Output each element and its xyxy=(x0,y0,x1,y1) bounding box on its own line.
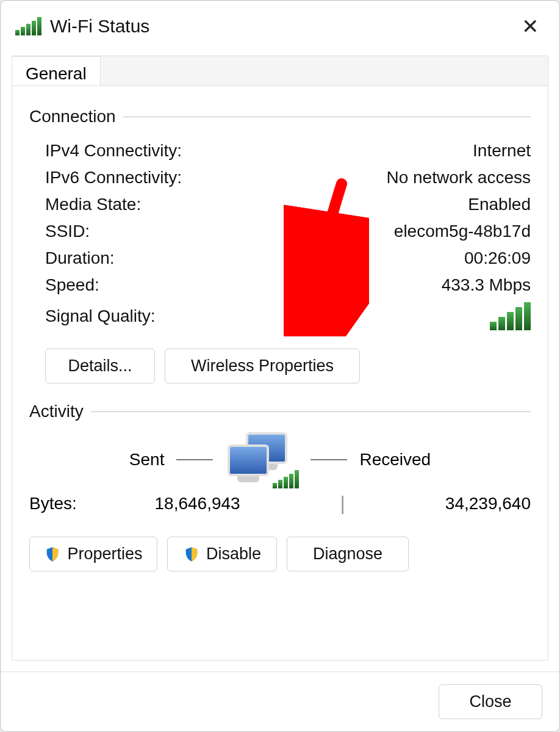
connection-group: Connection IPv4 Connectivity: Internet I… xyxy=(29,107,531,383)
properties-button[interactable]: Properties xyxy=(29,537,157,571)
wireless-properties-button[interactable]: Wireless Properties xyxy=(165,349,360,383)
bytes-sent-value: 18,646,943 xyxy=(155,494,281,513)
disable-button[interactable]: Disable xyxy=(167,537,277,571)
row-ssid: SSID: elecom5g-48b17d xyxy=(29,218,531,245)
activity-heading: Activity xyxy=(29,402,84,421)
close-button[interactable]: ✕ xyxy=(515,12,545,41)
speed-value: 433.3 Mbps xyxy=(442,275,531,295)
wifi-signal-icon xyxy=(15,17,41,35)
divider: | xyxy=(280,492,406,515)
ipv6-value: No network access xyxy=(386,168,531,187)
row-ipv6: IPv6 Connectivity: No network access xyxy=(29,164,531,191)
window-title: Wi-Fi Status xyxy=(50,16,149,37)
speed-label: Speed: xyxy=(45,275,99,295)
dialog-footer: Close xyxy=(1,672,559,731)
ipv6-label: IPv6 Connectivity: xyxy=(45,168,182,187)
row-signal-quality: Signal Quality: xyxy=(29,299,531,334)
divider xyxy=(123,117,531,117)
row-duration: Duration: 00:26:09 xyxy=(29,245,531,272)
bytes-received-value: 34,239,640 xyxy=(406,494,531,513)
row-media: Media State: Enabled xyxy=(29,191,531,218)
connection-heading: Connection xyxy=(29,107,116,126)
row-ipv4: IPv4 Connectivity: Internet xyxy=(29,137,531,164)
disable-button-label: Disable xyxy=(206,545,261,563)
ssid-value: elecom5g-48b17d xyxy=(394,222,531,241)
divider xyxy=(176,459,213,460)
dialog-body: General Connection IPv4 Connectivity: In… xyxy=(12,56,548,661)
ssid-label: SSID: xyxy=(45,222,90,241)
titlebar: Wi-Fi Status ✕ xyxy=(1,1,559,49)
divider xyxy=(311,459,347,460)
close-icon: ✕ xyxy=(522,16,539,37)
received-label: Received xyxy=(359,450,431,469)
close-dialog-button[interactable]: Close xyxy=(439,684,542,719)
row-speed: Speed: 433.3 Mbps xyxy=(29,272,531,299)
duration-value: 00:26:09 xyxy=(464,248,531,268)
shield-icon xyxy=(44,546,61,563)
activity-group: Activity Sent Received xyxy=(29,402,531,571)
media-state-label: Media State: xyxy=(45,195,141,214)
ipv4-label: IPv4 Connectivity: xyxy=(45,141,182,161)
duration-label: Duration: xyxy=(45,248,115,268)
divider xyxy=(91,411,531,412)
wifi-status-window: Wi-Fi Status ✕ General Connection IPv4 C… xyxy=(0,0,560,732)
signal-quality-label: Signal Quality: xyxy=(45,306,156,326)
shield-icon xyxy=(183,546,200,563)
tab-page-general: Connection IPv4 Connectivity: Internet I… xyxy=(12,85,548,660)
ipv4-value: Internet xyxy=(473,141,531,161)
properties-button-label: Properties xyxy=(67,545,142,563)
sent-label: Sent xyxy=(129,450,165,469)
bytes-label: Bytes: xyxy=(29,494,155,513)
bytes-row: Bytes: 18,646,943 | 34,239,640 xyxy=(29,492,531,515)
activity-flow: Sent Received xyxy=(29,432,531,487)
details-button[interactable]: Details... xyxy=(45,349,155,383)
network-computers-icon xyxy=(225,432,298,487)
media-state-value: Enabled xyxy=(468,195,531,214)
signal-quality-icon xyxy=(490,302,531,330)
diagnose-button[interactable]: Diagnose xyxy=(287,537,409,571)
